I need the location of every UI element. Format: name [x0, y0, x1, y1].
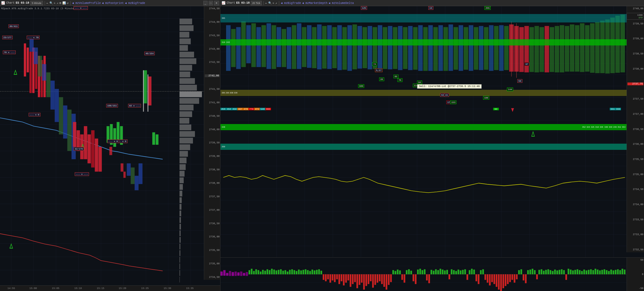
svg-rect-87	[179, 91, 202, 97]
refresh-icon[interactable]: ↺	[67, 1, 69, 5]
svg-rect-332	[428, 274, 430, 283]
svg-rect-41	[38, 56, 42, 77]
rp-2735: 2735,00	[627, 173, 643, 176]
svg-rect-110	[179, 244, 180, 249]
svg-rect-373	[520, 269, 522, 274]
arrow-icon-r[interactable]: ↗	[276, 1, 277, 5]
svg-rect-345	[458, 270, 459, 274]
svg-rect-312	[383, 274, 385, 287]
svg-rect-72	[135, 176, 138, 190]
trade-100: 100	[483, 96, 489, 100]
svg-rect-382	[541, 269, 542, 274]
svg-rect-363	[498, 274, 500, 290]
grid-icon[interactable]: ⊞	[60, 1, 61, 5]
rp-2734: 2734,00	[627, 203, 643, 206]
svg-rect-339	[444, 271, 446, 274]
svg-rect-415	[615, 270, 616, 274]
svg-rect-366	[505, 274, 506, 286]
pencil-icon[interactable]: ✏️	[47, 1, 48, 5]
left-watermark: MZpack 3.9.1	[180, 276, 202, 279]
rp-2734-50: 2734,50	[627, 188, 643, 191]
price-2744-00: 2744,00	[205, 21, 220, 24]
svg-rect-416	[617, 269, 619, 274]
sell-tooltip: Sell: 114/4/00-Lot @2737-2736.5 15:11:46	[417, 84, 482, 89]
pencil-icon-r[interactable]: ✏️	[265, 1, 267, 5]
svg-rect-107	[179, 224, 181, 230]
left-title: Chart	[6, 1, 15, 4]
ind1: ◀ mzVolumeProfile	[72, 1, 101, 5]
svg-rect-98	[179, 164, 186, 170]
trade-label-46-154: 46/154	[144, 52, 155, 55]
trade-label-89-411: 89/411	[8, 24, 19, 28]
svg-rect-266	[280, 269, 282, 274]
svg-rect-249	[240, 272, 242, 276]
svg-rect-370	[514, 274, 515, 283]
svg-rect-96	[179, 151, 188, 157]
svg-rect-326	[415, 274, 417, 284]
price-2738-00: 2738,00	[205, 182, 220, 185]
arrow-icon[interactable]: ↗	[57, 1, 58, 5]
svg-rect-315	[390, 274, 392, 282]
rt-1511b: 15:11	[364, 254, 372, 256]
right-timeframe[interactable]: 20 Tick	[251, 1, 262, 5]
blue-band	[220, 47, 627, 69]
svg-rect-76	[179, 19, 192, 24]
price-2735-00: 2735,00	[205, 262, 220, 265]
svg-rect-403	[588, 270, 590, 274]
rt-1515a: 15:15	[551, 254, 558, 256]
svg-rect-105	[179, 210, 181, 216]
svg-rect-300	[356, 274, 358, 288]
svg-rect-104	[179, 204, 181, 210]
svg-rect-64	[120, 163, 123, 171]
trade-label-23-177: 23/177	[2, 36, 13, 39]
price-2741-00: 2741,00	[205, 101, 220, 104]
close-btn[interactable]: ✕	[214, 1, 219, 5]
svg-rect-37	[41, 60, 43, 97]
maximize-btn[interactable]: □	[209, 1, 213, 5]
svg-rect-71	[131, 168, 135, 184]
left-timeframe[interactable]: 5 Minute	[30, 1, 43, 5]
crosshair-icon-r[interactable]: ✛	[273, 1, 274, 5]
svg-rect-384	[545, 270, 547, 274]
svg-rect-346	[460, 271, 461, 274]
svg-rect-65	[123, 172, 126, 178]
rt-1514a: 15:14	[497, 254, 505, 256]
svg-rect-349	[466, 274, 468, 280]
left-price-axis: 2744,50 2744,00 2743,50 2743,00 2742,50 …	[204, 6, 220, 280]
sep2	[70, 1, 70, 5]
trade-97: 97	[524, 62, 529, 66]
rt-1511a: 15:11	[337, 254, 345, 256]
svg-rect-275	[300, 271, 302, 274]
minimize-btn[interactable]: _	[203, 1, 208, 5]
svg-rect-73	[138, 163, 142, 184]
svg-rect-374	[523, 274, 524, 281]
price-2738-50: 2738,50	[205, 168, 220, 171]
svg-rect-377	[529, 270, 531, 274]
svg-rect-93	[179, 131, 195, 137]
svg-rect-111	[179, 250, 180, 256]
svg-rect-368	[509, 274, 511, 282]
rt-1512a: 15:12	[391, 254, 398, 256]
bar-icon[interactable]: 📊	[62, 1, 66, 5]
svg-rect-86	[179, 85, 197, 91]
zoom-icon[interactable]: 🔍	[49, 1, 53, 5]
svg-rect-364	[500, 274, 502, 291]
zoom-icon-r[interactable]: 🔍	[268, 1, 272, 5]
svg-rect-75	[156, 134, 158, 145]
crosshair-icon[interactable]: ✛	[54, 1, 56, 5]
svg-rect-258	[262, 270, 264, 274]
svg-rect-395	[570, 270, 572, 274]
ind2: ◀ mzFootprint	[102, 1, 124, 5]
rp-2737-75: 2737,75	[627, 83, 643, 85]
svg-rect-254	[253, 271, 255, 274]
rt-1515b: 15:15	[577, 254, 585, 256]
green-band-2: 348 352 324 325 318 346 340 348 249 352 …	[220, 124, 627, 130]
svg-rect-400	[581, 271, 583, 274]
tooltip-text: Sell: 114/4/00-Lot @2737-2736.5 15:11:46	[419, 85, 480, 88]
svg-rect-49	[72, 114, 76, 159]
left-time-axis: 14:55 15:00 15:05 15:10 15:15 15:20 15:2…	[0, 285, 220, 291]
price-2736-00: 2736,00	[205, 235, 220, 238]
svg-rect-327	[417, 270, 419, 274]
trade-59: 59	[517, 79, 522, 83]
heatmap-band: 456 456 458 487 470 770 472 546 693 93 3…	[220, 105, 627, 113]
